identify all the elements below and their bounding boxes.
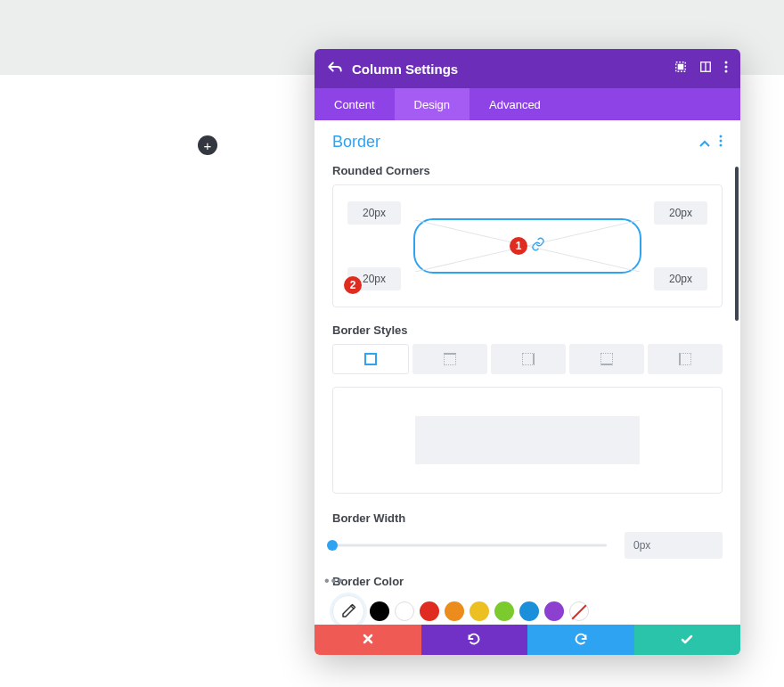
- border-styles-selector: [332, 344, 723, 374]
- back-icon[interactable]: [327, 61, 343, 77]
- svg-point-4: [725, 61, 728, 64]
- callout-badge-2: 2: [344, 276, 362, 294]
- tab-content[interactable]: Content: [314, 88, 395, 120]
- redo-button[interactable]: [527, 625, 634, 655]
- swatch-white[interactable]: [395, 601, 414, 621]
- panel-title: Column Settings: [352, 61, 662, 77]
- swatch-none[interactable]: [569, 601, 589, 621]
- close-icon: [363, 633, 373, 647]
- square-all-icon: [364, 353, 377, 365]
- plus-icon: +: [204, 138, 212, 153]
- svg-rect-1: [678, 64, 682, 69]
- color-picker-button[interactable]: [332, 595, 364, 625]
- border-width-label: Border Width: [332, 511, 723, 525]
- more-options-icon[interactable]: •••: [324, 573, 345, 589]
- border-preview: [332, 387, 723, 494]
- panel-header: Column Settings: [314, 49, 740, 88]
- callout-badge-1: 1: [510, 237, 527, 255]
- svg-point-7: [720, 135, 723, 137]
- kebab-menu-icon[interactable]: [724, 61, 728, 77]
- swatch-orange[interactable]: [445, 601, 464, 621]
- square-left-icon: [679, 353, 691, 365]
- add-module-button[interactable]: +: [198, 135, 217, 155]
- confirm-button[interactable]: [634, 625, 741, 655]
- responsive-icon[interactable]: [699, 61, 712, 77]
- svg-point-9: [720, 143, 723, 146]
- corner-preview: 1: [413, 218, 641, 274]
- redo-icon: [574, 633, 588, 648]
- swatch-yellow[interactable]: [470, 601, 489, 621]
- slider-thumb[interactable]: [327, 540, 338, 551]
- check-icon: [681, 633, 693, 647]
- settings-panel: Column Settings Content Design Advanced …: [314, 49, 740, 655]
- corner-bottom-right-input[interactable]: 20px: [654, 267, 707, 290]
- cancel-button[interactable]: [314, 625, 421, 655]
- swatch-purple[interactable]: [544, 601, 564, 621]
- corner-top-left-input[interactable]: 20px: [347, 201, 401, 225]
- section-menu-icon[interactable]: [719, 135, 723, 151]
- chevron-up-icon[interactable]: [699, 135, 710, 151]
- border-width-control: 0px: [332, 532, 723, 559]
- swatch-blue[interactable]: [519, 601, 539, 621]
- tab-advanced[interactable]: Advanced: [470, 88, 560, 120]
- eyedropper-icon: [340, 603, 356, 619]
- swatch-black[interactable]: [370, 601, 389, 621]
- swatch-green[interactable]: [494, 601, 514, 621]
- corner-top-right-input[interactable]: 20px: [654, 201, 707, 225]
- svg-point-6: [725, 70, 728, 73]
- border-preview-inner: [415, 416, 641, 464]
- scrollbar[interactable]: [735, 167, 739, 446]
- border-style-right[interactable]: [491, 344, 566, 374]
- undo-icon: [467, 633, 481, 648]
- undo-button[interactable]: [421, 625, 528, 655]
- border-color-label: Border Color: [332, 575, 723, 588]
- tab-bar: Content Design Advanced: [314, 88, 740, 120]
- panel-footer: [314, 625, 740, 655]
- scrollbar-thumb[interactable]: [735, 167, 739, 321]
- border-style-bottom[interactable]: [569, 344, 644, 374]
- svg-point-8: [720, 139, 723, 142]
- square-right-icon: [522, 353, 535, 365]
- svg-point-5: [725, 66, 728, 69]
- border-style-left[interactable]: [648, 344, 723, 374]
- border-styles-label: Border Styles: [332, 323, 723, 337]
- section-header: Border: [332, 133, 723, 151]
- swatch-red[interactable]: [420, 601, 439, 621]
- rounded-corners-control: 20px 20px 1 20px 20px 2: [332, 184, 723, 307]
- tab-design[interactable]: Design: [395, 88, 470, 120]
- link-values-icon[interactable]: [531, 237, 545, 255]
- square-bottom-icon: [600, 353, 613, 365]
- panel-body: Border Rounded Corners 20px 20px 1: [314, 120, 740, 625]
- border-style-top[interactable]: [412, 344, 487, 374]
- border-width-slider[interactable]: [332, 539, 607, 552]
- border-width-input[interactable]: 0px: [625, 532, 723, 559]
- border-style-all[interactable]: [332, 344, 409, 374]
- border-color-swatches: [332, 595, 723, 625]
- square-top-icon: [444, 353, 456, 365]
- section-title: Border: [332, 133, 699, 151]
- rounded-corners-label: Rounded Corners: [332, 164, 723, 177]
- expand-icon[interactable]: [674, 61, 687, 77]
